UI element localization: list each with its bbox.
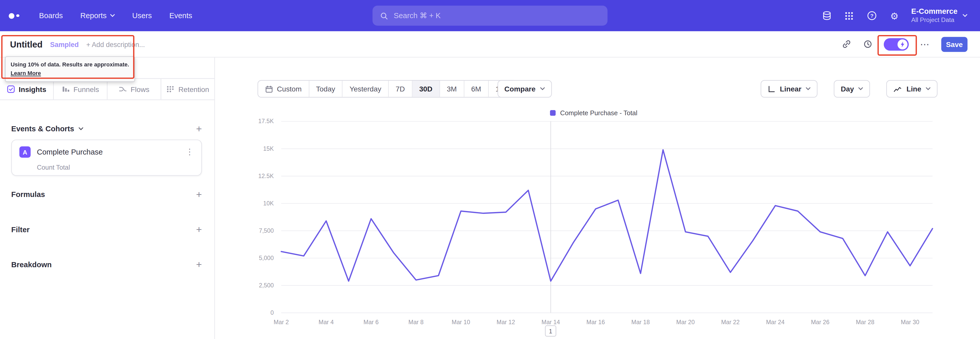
range-7d[interactable]: 7D (389, 81, 412, 97)
svg-text:Mar 14: Mar 14 (542, 319, 560, 325)
add-breakdown-button[interactable]: + (196, 259, 202, 270)
nav-item-boards[interactable]: Boards (39, 11, 63, 20)
toggle-knob (897, 39, 907, 49)
sampling-tooltip-text: Using 10% of data. Results are approxima… (11, 61, 129, 69)
flows-icon (119, 85, 127, 93)
event-metric[interactable]: Count Total (37, 163, 194, 171)
event-menu-icon[interactable]: ⋮ (186, 150, 194, 155)
project-subtitle: All Project Data (912, 16, 958, 24)
events-cohorts-label[interactable]: Events & Cohorts (11, 125, 83, 133)
search-input[interactable]: Search ⌘ + K (372, 6, 608, 26)
settings-gear-icon[interactable]: ⚙ (889, 11, 900, 21)
more-options-icon[interactable]: ⋯ (920, 39, 930, 49)
funnels-icon (62, 85, 70, 93)
range-today[interactable]: Today (309, 81, 342, 97)
nav-right: ? ⚙ E-Commerce All Project Data (821, 0, 967, 31)
top-nav: Boards Reports Users Events Search ⌘ + K… (0, 0, 980, 31)
tab-retention[interactable]: Retention (161, 79, 215, 100)
svg-text:Mar 18: Mar 18 (632, 319, 650, 325)
project-info: E-Commerce All Project Data (912, 7, 958, 24)
add-event-button[interactable]: + (196, 124, 202, 134)
svg-text:7,500: 7,500 (259, 227, 274, 234)
insights-chart: 02,5005,0007,50010K12.5K15K17.5KMar 2Mar… (244, 118, 944, 328)
svg-text:5,000: 5,000 (259, 255, 274, 261)
nav-item-users[interactable]: Users (132, 11, 152, 20)
project-switcher[interactable]: E-Commerce All Project Data (912, 7, 967, 24)
svg-text:Mar 10: Mar 10 (452, 319, 470, 325)
view-controls: Linear Day Line (760, 80, 938, 98)
legend-label: Complete Purchase - Total (560, 109, 638, 116)
save-button[interactable]: Save (941, 37, 967, 51)
svg-text:Mar 26: Mar 26 (811, 319, 829, 325)
chevron-down-icon (540, 87, 545, 91)
app-root: Boards Reports Users Events Search ⌘ + K… (0, 0, 980, 339)
lightning-icon (900, 41, 905, 47)
chart-type-selector[interactable]: Line (886, 80, 938, 98)
add-description[interactable]: + Add description... (86, 40, 145, 48)
range-6m[interactable]: 6M (464, 81, 488, 97)
range-30d[interactable]: 30D (412, 81, 440, 97)
svg-text:17.5K: 17.5K (258, 118, 274, 125)
chevron-down-icon (926, 87, 931, 91)
report-title-group: Untitled Sampled + Add description... (10, 31, 145, 57)
add-formula-button[interactable]: + (196, 190, 202, 200)
svg-text:?: ? (870, 13, 873, 19)
retention-icon (166, 85, 175, 93)
mixpanel-logo-icon[interactable] (9, 13, 19, 18)
svg-text:0: 0 (270, 309, 274, 316)
chart-page-indicator[interactable]: 1 (545, 325, 556, 336)
sampling-toggle[interactable] (884, 38, 909, 50)
events-cohorts-header: Events & Cohorts + (11, 124, 202, 134)
range-3m[interactable]: 3M (440, 81, 464, 97)
sampling-tooltip: Using 10% of data. Results are approxima… (5, 56, 135, 82)
sampled-badge[interactable]: Sampled (50, 40, 79, 48)
legend-swatch (550, 110, 556, 115)
report-canvas: Custom Today Yesterday 7D 30D 3M 6M 12M … (215, 58, 980, 339)
nav-item-reports[interactable]: Reports (80, 11, 115, 20)
scale-selector[interactable]: Linear (760, 80, 818, 98)
svg-text:15K: 15K (263, 146, 274, 152)
interval-selector[interactable]: Day (834, 80, 870, 98)
event-name[interactable]: Complete Purchase (37, 148, 179, 156)
help-icon[interactable]: ? (866, 11, 877, 21)
svg-text:Mar 28: Mar 28 (856, 319, 874, 325)
svg-text:Mar 8: Mar 8 (408, 319, 423, 325)
svg-text:Mar 30: Mar 30 (901, 319, 919, 325)
chart-area[interactable]: 02,5005,0007,50010K12.5K15K17.5KMar 2Mar… (244, 118, 944, 328)
range-yesterday[interactable]: Yesterday (343, 81, 389, 97)
data-management-icon[interactable] (821, 11, 832, 21)
linear-axis-icon (767, 85, 776, 93)
event-badge: A (19, 146, 30, 158)
chevron-down-icon (858, 87, 863, 91)
formulas-section: Formulas + (11, 190, 202, 200)
project-name: E-Commerce (912, 7, 958, 17)
range-custom[interactable]: Custom (258, 81, 309, 97)
apps-grid-icon[interactable] (844, 11, 855, 21)
chevron-down-icon (806, 87, 811, 91)
svg-text:Mar 24: Mar 24 (766, 319, 784, 325)
svg-text:Mar 12: Mar 12 (496, 319, 515, 325)
search-placeholder: Search ⌘ + K (394, 11, 441, 20)
report-title[interactable]: Untitled (10, 39, 43, 49)
event-card[interactable]: A Complete Purchase ⋮ Count Total (11, 139, 202, 176)
compare-button[interactable]: Compare (497, 80, 552, 98)
chevron-down-icon (110, 14, 115, 18)
nav-item-events[interactable]: Events (169, 11, 192, 20)
svg-text:Mar 6: Mar 6 (363, 319, 379, 325)
chart-legend: Complete Purchase - Total (244, 109, 944, 116)
filter-section: Filter + (11, 225, 202, 235)
line-chart-icon (894, 85, 902, 93)
nav-left: Boards Reports Users Events (9, 0, 192, 31)
history-icon[interactable] (862, 39, 873, 49)
learn-more-link[interactable]: Learn More (11, 69, 129, 78)
insights-check-icon (7, 85, 15, 93)
svg-text:10K: 10K (263, 200, 274, 207)
svg-text:Mar 20: Mar 20 (676, 319, 695, 325)
breakdown-label: Breakdown (11, 260, 52, 269)
svg-text:2,500: 2,500 (259, 282, 274, 289)
chevron-down-icon (963, 14, 967, 18)
copy-link-icon[interactable] (841, 39, 851, 49)
add-filter-button[interactable]: + (196, 225, 202, 235)
breakdown-section: Breakdown + (11, 259, 202, 270)
event-card-row: A Complete Purchase ⋮ (19, 146, 194, 158)
